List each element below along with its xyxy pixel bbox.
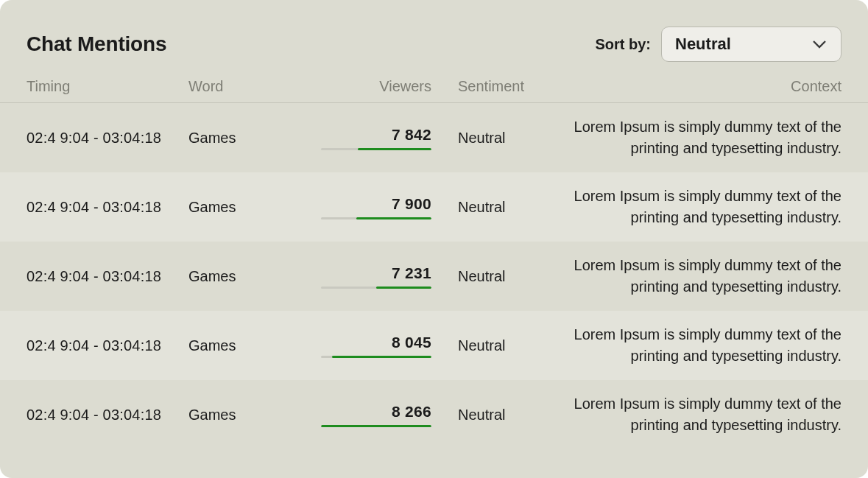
- cell-viewers: 7 900: [321, 195, 431, 219]
- sort-select[interactable]: Neutral: [661, 27, 841, 62]
- viewers-value: 7 231: [392, 264, 431, 282]
- viewers-fill: [356, 217, 431, 219]
- cell-word: Games: [188, 268, 321, 285]
- cell-viewers: 7 842: [321, 126, 431, 150]
- viewers-value: 8 266: [392, 403, 431, 421]
- viewers-bar: [321, 148, 431, 150]
- col-viewers: Viewers: [321, 78, 431, 95]
- col-word: Word: [188, 78, 321, 95]
- viewers-fill: [321, 425, 431, 427]
- sort-label: Sort by:: [595, 36, 651, 53]
- cell-timing: 02:4 9:04 - 03:04:18: [27, 404, 188, 426]
- table-row[interactable]: 02:4 9:04 - 03:04:18 Games 8 266 Neutral…: [0, 380, 868, 449]
- cell-viewers: 8 045: [321, 334, 431, 358]
- table-row[interactable]: 02:4 9:04 - 03:04:18 Games 7 842 Neutral…: [0, 103, 868, 172]
- cell-timing: 02:4 9:04 - 03:04:18: [27, 197, 188, 218]
- cell-context: Lorem Ipsum is simply dummy text of the …: [549, 186, 841, 228]
- col-timing: Timing: [27, 78, 188, 95]
- cell-sentiment: Neutral: [431, 407, 549, 423]
- cell-timing: 02:4 9:04 - 03:04:18: [27, 266, 188, 287]
- cell-word: Games: [188, 130, 321, 147]
- col-context: Context: [549, 78, 841, 95]
- chat-mentions-panel: Chat Mentions Sort by: Neutral Timing Wo…: [0, 0, 868, 478]
- viewers-bar: [321, 356, 431, 358]
- table-row[interactable]: 02:4 9:04 - 03:04:18 Games 7 231 Neutral…: [0, 242, 868, 311]
- viewers-fill: [358, 148, 432, 150]
- table-body: 02:4 9:04 - 03:04:18 Games 7 842 Neutral…: [0, 103, 868, 449]
- cell-word: Games: [188, 337, 321, 354]
- col-sentiment: Sentiment: [431, 78, 549, 95]
- viewers-fill: [376, 287, 431, 289]
- cell-word: Games: [188, 199, 321, 216]
- viewers-value: 7 900: [392, 195, 431, 213]
- cell-context: Lorem Ipsum is simply dummy text of the …: [549, 393, 841, 436]
- viewers-value: 7 842: [392, 126, 431, 144]
- viewers-bar: [321, 217, 431, 219]
- cell-viewers: 7 231: [321, 264, 431, 289]
- cell-word: Games: [188, 407, 321, 423]
- cell-sentiment: Neutral: [431, 130, 549, 147]
- table-row[interactable]: 02:4 9:04 - 03:04:18 Games 8 045 Neutral…: [0, 311, 868, 380]
- sort-selected-value: Neutral: [675, 35, 731, 54]
- chevron-down-icon: [811, 36, 828, 52]
- table-header: Timing Word Viewers Sentiment Context: [0, 78, 868, 103]
- viewers-value: 8 045: [392, 334, 431, 351]
- cell-timing: 02:4 9:04 - 03:04:18: [27, 335, 188, 356]
- panel-header: Chat Mentions Sort by: Neutral: [0, 0, 868, 78]
- cell-context: Lorem Ipsum is simply dummy text of the …: [549, 255, 841, 298]
- cell-timing: 02:4 9:04 - 03:04:18: [27, 127, 188, 149]
- viewers-bar: [321, 287, 431, 289]
- page-title: Chat Mentions: [27, 32, 166, 56]
- cell-sentiment: Neutral: [431, 268, 549, 285]
- viewers-fill: [332, 356, 431, 358]
- viewers-bar: [321, 425, 431, 427]
- cell-sentiment: Neutral: [431, 199, 549, 216]
- cell-context: Lorem Ipsum is simply dummy text of the …: [549, 116, 841, 159]
- cell-sentiment: Neutral: [431, 337, 549, 354]
- cell-viewers: 8 266: [321, 403, 431, 427]
- table-row[interactable]: 02:4 9:04 - 03:04:18 Games 7 900 Neutral…: [0, 172, 868, 242]
- cell-context: Lorem Ipsum is simply dummy text of the …: [549, 324, 841, 367]
- sort-control: Sort by: Neutral: [595, 27, 841, 62]
